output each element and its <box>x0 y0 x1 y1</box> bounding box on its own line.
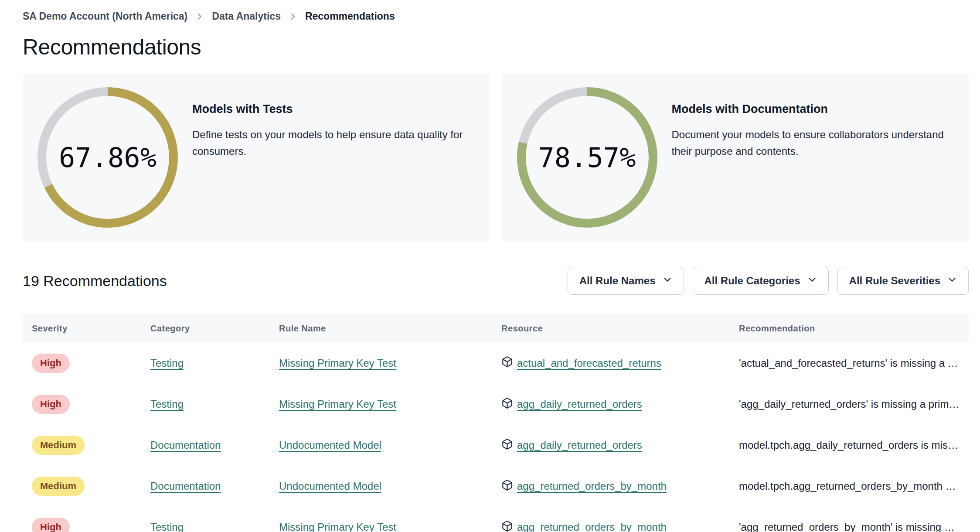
card-models-with-documentation: 78.57% Models with Documentation Documen… <box>502 74 969 242</box>
card-models-with-tests: 67.86% Models with Tests Define tests on… <box>23 74 490 242</box>
column-header-severity: Severity <box>23 314 141 343</box>
card-text: Models with Documentation Document your … <box>672 102 960 160</box>
model-cube-icon <box>501 397 513 412</box>
rule-categories-filter-dropdown[interactable]: All Rule Categories <box>693 267 829 295</box>
severity-badge: Medium <box>32 477 85 496</box>
chevron-right-icon <box>196 11 203 22</box>
severity-badge: High <box>32 395 70 414</box>
recommendation-text: 'agg_returned_orders_by_month' is missin… <box>739 521 955 532</box>
rule-name-link[interactable]: Undocumented Model <box>279 439 381 451</box>
severity-badge: High <box>32 354 70 373</box>
rule-name-link[interactable]: Missing Primary Key Test <box>279 521 396 532</box>
resource-link[interactable]: actual_and_forecasted_returns <box>517 357 661 369</box>
severity-badge: Medium <box>32 436 85 455</box>
card-title: Models with Documentation <box>672 102 960 116</box>
model-cube-icon <box>501 520 513 532</box>
category-link[interactable]: Documentation <box>150 480 221 492</box>
rule-name-link[interactable]: Undocumented Model <box>279 480 381 492</box>
filter-label: All Rule Severities <box>849 275 940 287</box>
column-header-category: Category <box>141 314 270 343</box>
page-title: Recommendations <box>23 34 969 60</box>
breadcrumb-account[interactable]: SA Demo Account (North America) <box>23 10 187 22</box>
filter-bar: All Rule Names All Rule Categories All R… <box>568 267 969 295</box>
category-link[interactable]: Testing <box>150 357 184 369</box>
chevron-down-icon <box>807 275 817 287</box>
model-cube-icon <box>501 356 513 370</box>
card-text: Models with Tests Define tests on your m… <box>192 102 480 160</box>
tests-percent-value: 67.86% <box>37 87 178 228</box>
card-description: Document your models to ensure collabora… <box>672 126 960 160</box>
metric-cards: 67.86% Models with Tests Define tests on… <box>23 74 969 242</box>
breadcrumb: SA Demo Account (North America) Data Ana… <box>23 10 969 22</box>
rule-name-link[interactable]: Missing Primary Key Test <box>279 398 396 410</box>
resource-link[interactable]: agg_returned_orders_by_month <box>517 480 667 492</box>
tests-donut-chart: 67.86% <box>37 87 178 228</box>
documentation-donut-chart: 78.57% <box>517 87 657 228</box>
documentation-percent-value: 78.57% <box>517 87 657 228</box>
table-row: Medium Documentation Undocumented Model … <box>23 466 969 507</box>
rule-name-link[interactable]: Missing Primary Key Test <box>279 357 396 369</box>
table-row: High Testing Missing Primary Key Test ag… <box>23 384 969 425</box>
model-cube-icon <box>501 438 513 453</box>
recommendations-count-title: 19 Recommendations <box>23 273 167 290</box>
recommendation-text: 'actual_and_forecasted_returns' is missi… <box>739 357 958 369</box>
resource-link[interactable]: agg_daily_returned_orders <box>517 439 642 451</box>
card-description: Define tests on your models to help ensu… <box>192 126 480 160</box>
recommendations-page: SA Demo Account (North America) Data Ana… <box>0 0 980 532</box>
recommendation-text: model.tpch.agg_returned_orders_by_month … <box>739 480 956 492</box>
severity-badge: High <box>32 518 70 532</box>
chevron-down-icon <box>947 275 957 287</box>
recommendation-text: model.tpch.agg_daily_returned_orders is … <box>739 439 958 451</box>
table-row: High Testing Missing Primary Key Test ag… <box>23 507 969 532</box>
column-header-recommendation: Recommendation <box>730 314 969 343</box>
resource-link[interactable]: agg_daily_returned_orders <box>517 398 642 410</box>
category-link[interactable]: Testing <box>150 521 184 532</box>
table-row: High Testing Missing Primary Key Test ac… <box>23 343 969 384</box>
rule-names-filter-dropdown[interactable]: All Rule Names <box>568 267 684 295</box>
breadcrumb-project[interactable]: Data Analytics <box>212 10 281 22</box>
chevron-right-icon <box>289 11 296 22</box>
rule-severities-filter-dropdown[interactable]: All Rule Severities <box>837 267 969 295</box>
model-cube-icon <box>501 479 513 494</box>
category-link[interactable]: Documentation <box>150 439 221 451</box>
chevron-down-icon <box>663 275 672 287</box>
resource-link[interactable]: agg_returned_orders_by_month <box>517 521 667 532</box>
filter-label: All Rule Categories <box>704 275 800 287</box>
list-header: 19 Recommendations All Rule Names All Ru… <box>23 267 969 295</box>
column-header-resource: Resource <box>492 314 730 343</box>
table-row: Medium Documentation Undocumented Model … <box>23 425 969 466</box>
recommendations-table: Severity Category Rule Name Resource Rec… <box>23 314 969 532</box>
category-link[interactable]: Testing <box>150 398 184 410</box>
filter-label: All Rule Names <box>579 275 656 287</box>
card-title: Models with Tests <box>192 102 480 116</box>
column-header-rule-name: Rule Name <box>270 314 492 343</box>
recommendation-text: 'agg_daily_returned_orders' is missing a… <box>739 398 959 410</box>
table-header-row: Severity Category Rule Name Resource Rec… <box>23 314 969 343</box>
breadcrumb-current: Recommendations <box>305 10 395 22</box>
